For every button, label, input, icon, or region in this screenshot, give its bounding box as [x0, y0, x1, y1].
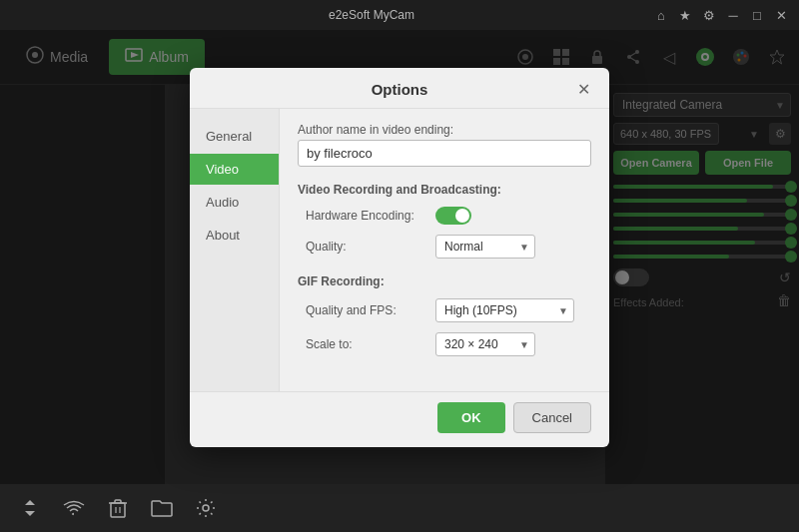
wifi-icon[interactable] — [60, 494, 88, 522]
author-input[interactable] — [298, 140, 591, 167]
hardware-encoding-label: Hardware Encoding: — [306, 209, 425, 223]
sidebar-audio[interactable]: Audio — [190, 187, 279, 218]
minimize-icon[interactable]: ─ — [725, 7, 741, 23]
swap-icon[interactable] — [16, 494, 44, 522]
home-icon[interactable]: ⌂ — [653, 7, 669, 23]
cancel-button[interactable]: Cancel — [513, 402, 591, 433]
quality-fps-label: Quality and FPS: — [306, 303, 425, 317]
quality-fps-select[interactable]: Low (5FPS) High (10FPS) Very High (20FPS… — [435, 298, 574, 322]
options-dialog: Options ✕ General Video Audio About Auth… — [190, 68, 609, 447]
quality-row: Quality: Low Normal High Very High ▼ — [306, 235, 591, 259]
maximize-icon[interactable]: □ — [749, 7, 765, 23]
scale-to-select-wrapper: 160 × 120 320 × 240 640 × 480 ▼ — [435, 332, 535, 356]
sidebar-video[interactable]: Video — [190, 154, 279, 185]
hardware-encoding-knob — [455, 209, 469, 223]
ok-button[interactable]: OK — [437, 402, 505, 433]
delete-icon[interactable] — [104, 494, 132, 522]
modal-overlay: Options ✕ General Video Audio About Auth… — [0, 30, 799, 484]
bottom-bar — [0, 484, 799, 532]
quality-fps-select-wrapper: Low (5FPS) High (10FPS) Very High (20FPS… — [435, 298, 574, 322]
dialog-content: Author name in video ending: Video Recor… — [280, 109, 609, 391]
scale-to-label: Scale to: — [306, 337, 425, 351]
author-label: Author name in video ending: — [298, 123, 591, 137]
dialog-title: Options — [226, 81, 573, 98]
settings-bottom-icon[interactable] — [192, 494, 220, 522]
scale-to-row: Scale to: 160 × 120 320 × 240 640 × 480 … — [306, 332, 591, 356]
svg-point-29 — [203, 505, 209, 511]
quality-select[interactable]: Low Normal High Very High — [435, 235, 535, 259]
quality-fps-row: Quality and FPS: Low (5FPS) High (10FPS)… — [306, 298, 591, 322]
quality-select-wrapper: Low Normal High Very High ▼ — [435, 235, 535, 259]
video-recording-label: Video Recording and Broadcasting: — [298, 183, 591, 197]
window-controls: ⌂ ★ ⚙ ─ □ ✕ — [653, 7, 789, 23]
close-icon[interactable]: ✕ — [773, 7, 789, 23]
folder-icon[interactable] — [148, 494, 176, 522]
dialog-sidebar: General Video Audio About — [190, 109, 280, 391]
title-bar: e2eSoft MyCam ⌂ ★ ⚙ ─ □ ✕ — [0, 0, 799, 30]
dialog-header: Options ✕ — [190, 68, 609, 109]
bookmark-icon[interactable]: ★ — [677, 7, 693, 23]
app-title: e2eSoft MyCam — [90, 8, 653, 22]
sidebar-general[interactable]: General — [190, 121, 279, 152]
svg-rect-25 — [111, 503, 125, 517]
settings-icon[interactable]: ⚙ — [701, 7, 717, 23]
dialog-body: General Video Audio About Author name in… — [190, 109, 609, 391]
hardware-encoding-row: Hardware Encoding: — [306, 207, 591, 225]
quality-label: Quality: — [306, 240, 425, 254]
dialog-close-button[interactable]: ✕ — [573, 80, 593, 100]
hardware-encoding-toggle[interactable] — [435, 207, 471, 225]
sidebar-about[interactable]: About — [190, 220, 279, 251]
gif-recording-label: GIF Recording: — [298, 274, 591, 288]
dialog-footer: OK Cancel — [190, 391, 609, 447]
scale-to-select[interactable]: 160 × 120 320 × 240 640 × 480 — [435, 332, 535, 356]
author-field-group: Author name in video ending: — [298, 123, 591, 167]
